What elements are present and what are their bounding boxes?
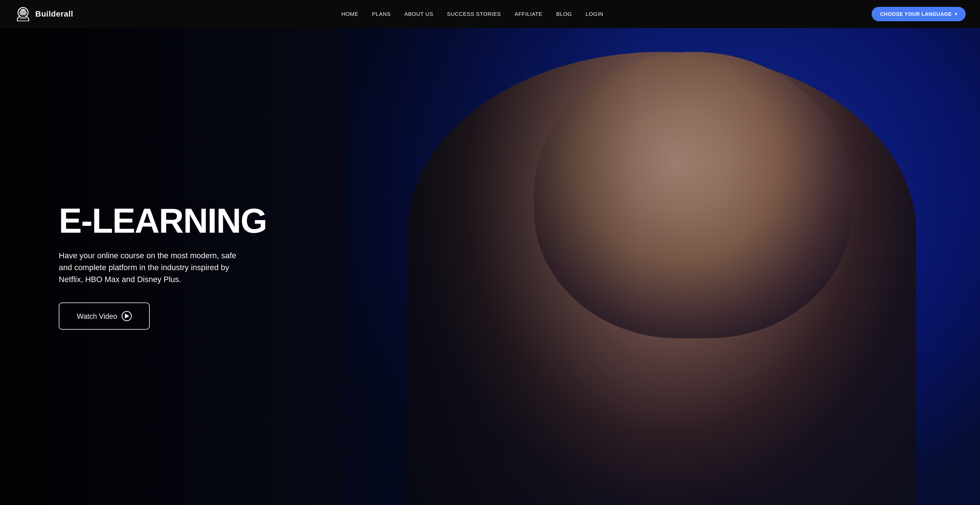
watch-video-button[interactable]: Watch Video bbox=[59, 303, 150, 330]
brand-name: Builderall bbox=[35, 10, 73, 19]
nav-about-us[interactable]: ABOUT US bbox=[404, 11, 433, 17]
language-button[interactable]: CHOOSE YOUR LANGUAGE ▾ bbox=[872, 7, 966, 21]
brand-logo-icon bbox=[14, 7, 32, 21]
navbar: Builderall HOME PLANS ABOUT US SUCCESS S… bbox=[0, 0, 980, 28]
nav-plans[interactable]: PLANS bbox=[372, 11, 391, 17]
hero-content: E-LEARNING Have your online course on th… bbox=[59, 204, 266, 330]
nav-links: HOME PLANS ABOUT US SUCCESS STORIES AFFI… bbox=[341, 11, 603, 17]
play-triangle bbox=[125, 314, 129, 319]
brand-logo-link[interactable]: Builderall bbox=[14, 7, 73, 21]
nav-success-stories[interactable]: SUCCESS STORIES bbox=[447, 11, 501, 17]
play-icon bbox=[122, 311, 132, 321]
nav-blog[interactable]: BLOG bbox=[556, 11, 572, 17]
hero-section: E-LEARNING Have your online course on th… bbox=[0, 28, 980, 505]
chevron-down-icon: ▾ bbox=[955, 11, 957, 17]
nav-login[interactable]: LOGIN bbox=[585, 11, 603, 17]
nav-affiliate[interactable]: AFFILIATE bbox=[514, 11, 542, 17]
hero-title: E-LEARNING bbox=[59, 204, 266, 238]
watch-video-label: Watch Video bbox=[77, 312, 117, 320]
hero-subtitle: Have your online course on the most mode… bbox=[59, 250, 246, 285]
nav-home[interactable]: HOME bbox=[341, 11, 358, 17]
